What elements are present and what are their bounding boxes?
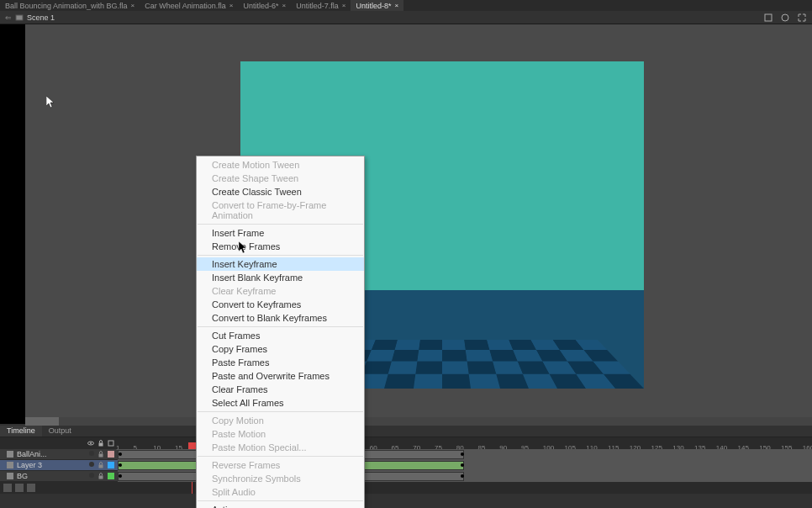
close-icon[interactable]: ×: [342, 2, 346, 9]
document-tab[interactable]: Untitled-6*×: [238, 0, 291, 11]
layer-toggles: [89, 462, 118, 468]
svg-rect-0: [16, 15, 23, 20]
layer-header-controls: [0, 440, 118, 447]
svg-point-4: [90, 442, 92, 444]
edit-scene-icon[interactable]: [763, 13, 773, 23]
menu-separator: [198, 224, 363, 225]
menu-separator: [198, 456, 363, 457]
close-icon[interactable]: ×: [394, 2, 398, 9]
delete-layer-icon[interactable]: [27, 484, 35, 492]
layer-name-area[interactable]: BG: [0, 472, 118, 480]
menu-item[interactable]: Cut Frames: [197, 329, 364, 342]
menu-item[interactable]: Insert Blank Keyframe: [197, 271, 364, 284]
menu-item[interactable]: Actions: [197, 503, 364, 508]
layer-name: Layer 3: [17, 461, 42, 469]
menu-item: Convert to Frame-by-Frame Animation: [197, 198, 364, 222]
panel-tabs: Timeline Output: [0, 426, 812, 437]
lock-icon[interactable]: [98, 473, 104, 479]
layer-row[interactable]: BallAni...: [0, 449, 812, 460]
menu-item[interactable]: Remove Frames: [197, 240, 364, 253]
scene-bar: ⇐ Scene 1: [0, 11, 812, 24]
document-tab[interactable]: Ball Bouncing Animation_with BG.fla×: [0, 0, 140, 11]
keyframe[interactable]: [461, 463, 464, 467]
menu-item: Reverse Frames: [197, 458, 364, 472]
eye-icon[interactable]: [87, 440, 94, 447]
layer-toggles: [89, 473, 118, 479]
menu-item: Paste Motion Special...: [197, 441, 364, 454]
lock-icon[interactable]: [98, 451, 104, 458]
layer-name: BallAni...: [17, 450, 47, 458]
menu-item: Synchronize Symbols: [197, 472, 364, 485]
visibility-toggle[interactable]: [89, 462, 94, 467]
menu-item[interactable]: Convert to Keyframes: [197, 298, 364, 311]
svg-rect-1: [765, 14, 772, 21]
tab-timeline[interactable]: Timeline: [0, 426, 42, 437]
layer-name-area[interactable]: Layer 3: [0, 461, 118, 469]
layer-name: BG: [17, 472, 28, 480]
layer-name-area[interactable]: BallAni...: [0, 450, 118, 458]
document-tab[interactable]: Car Wheel Animation.fla×: [140, 0, 238, 11]
new-folder-icon[interactable]: [15, 484, 24, 492]
document-tab[interactable]: Untitled-8*×: [351, 0, 403, 11]
keyframe[interactable]: [461, 452, 464, 456]
tab-label: Untitled-7.fla: [296, 2, 339, 10]
stage-area[interactable]: [0, 24, 812, 424]
menu-item[interactable]: Copy Frames: [197, 342, 364, 356]
menu-item: Paste Motion: [197, 427, 364, 441]
outline-color[interactable]: [108, 451, 114, 458]
tab-output[interactable]: Output: [42, 426, 78, 437]
visibility-toggle[interactable]: [89, 451, 94, 456]
tab-label: Ball Bouncing Animation_with BG.fla: [5, 2, 128, 10]
menu-item[interactable]: Select All Frames: [197, 396, 364, 410]
menu-separator: [198, 500, 363, 501]
svg-rect-9: [99, 476, 103, 479]
lock-icon[interactable]: [98, 462, 104, 468]
zoom-icon[interactable]: [797, 13, 807, 23]
visibility-toggle[interactable]: [89, 473, 94, 478]
scene-controls: [763, 13, 807, 23]
menu-item[interactable]: Insert Frame: [197, 226, 364, 240]
horizontal-scrollbar[interactable]: [25, 417, 812, 426]
menu-item[interactable]: Create Classic Tween: [197, 185, 364, 198]
svg-rect-8: [99, 465, 103, 468]
scrollbar-thumb[interactable]: [25, 417, 59, 426]
keyframe[interactable]: [119, 452, 122, 456]
layer-row[interactable]: Layer 3: [0, 460, 812, 471]
lock-icon[interactable]: [98, 440, 104, 447]
menu-item: Create Shape Tween: [197, 172, 364, 185]
tab-label: Car Wheel Animation.fla: [145, 2, 226, 10]
back-icon[interactable]: ⇐: [5, 13, 12, 22]
keyframe[interactable]: [119, 474, 122, 478]
outline-color[interactable]: [108, 473, 114, 479]
menu-item[interactable]: Insert Keyframe: [197, 257, 364, 271]
menu-item[interactable]: Paste Frames: [197, 356, 364, 369]
edit-symbols-icon[interactable]: [780, 13, 790, 23]
outline-color[interactable]: [108, 462, 114, 468]
menu-item[interactable]: Paste and Overwrite Frames: [197, 369, 364, 383]
svg-rect-5: [99, 443, 103, 447]
close-icon[interactable]: ×: [131, 2, 135, 9]
outline-icon[interactable]: [108, 440, 114, 447]
close-icon[interactable]: ×: [282, 2, 287, 9]
layer-icon: [7, 451, 13, 458]
document-tab[interactable]: Untitled-7.fla×: [291, 0, 351, 11]
keyframe[interactable]: [461, 474, 464, 478]
document-tab-bar: Ball Bouncing Animation_with BG.fla× Car…: [0, 0, 812, 11]
svg-point-2: [782, 14, 788, 21]
timeline-context-menu: Create Motion TweenCreate Shape TweenCre…: [196, 156, 365, 508]
scene-name[interactable]: Scene 1: [27, 13, 55, 22]
svg-rect-7: [99, 454, 103, 458]
keyframe[interactable]: [119, 463, 122, 467]
menu-item: Copy Motion: [197, 414, 364, 427]
close-icon[interactable]: ×: [229, 2, 234, 9]
new-layer-icon[interactable]: [3, 484, 12, 492]
menu-item: Create Motion Tween: [197, 158, 364, 172]
layer-toggles: [89, 451, 118, 458]
timeline-panel: Timeline Output 151015202530354045505560…: [0, 426, 812, 508]
stage-margin: [0, 24, 25, 424]
svg-rect-6: [108, 441, 113, 446]
menu-item[interactable]: Convert to Blank Keyframes: [197, 311, 364, 325]
menu-item[interactable]: Clear Frames: [197, 383, 364, 396]
layer-icon: [7, 462, 13, 468]
layer-row[interactable]: BG: [0, 471, 812, 482]
